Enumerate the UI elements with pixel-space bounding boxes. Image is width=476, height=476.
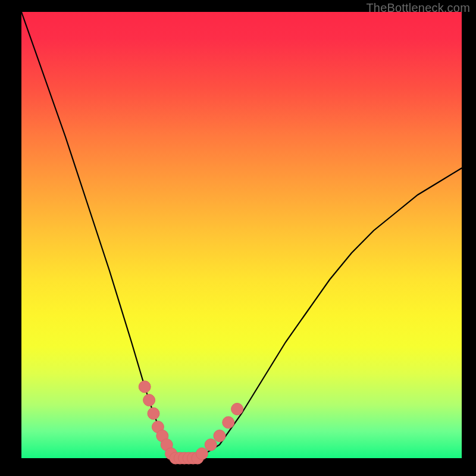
marker-group <box>139 381 243 464</box>
curve-marker <box>214 430 226 442</box>
bottleneck-curve <box>21 12 462 458</box>
curve-marker <box>148 408 159 419</box>
curve-marker <box>231 403 243 415</box>
curve-marker <box>196 448 208 460</box>
curve-marker <box>205 439 217 451</box>
attribution-text: TheBottleneck.com <box>366 1 470 15</box>
chart-overlay <box>21 12 462 458</box>
curve-marker <box>143 394 155 406</box>
curve-marker <box>139 381 151 393</box>
curve-marker <box>223 416 234 428</box>
chart-frame: TheBottleneck.com <box>0 0 476 476</box>
